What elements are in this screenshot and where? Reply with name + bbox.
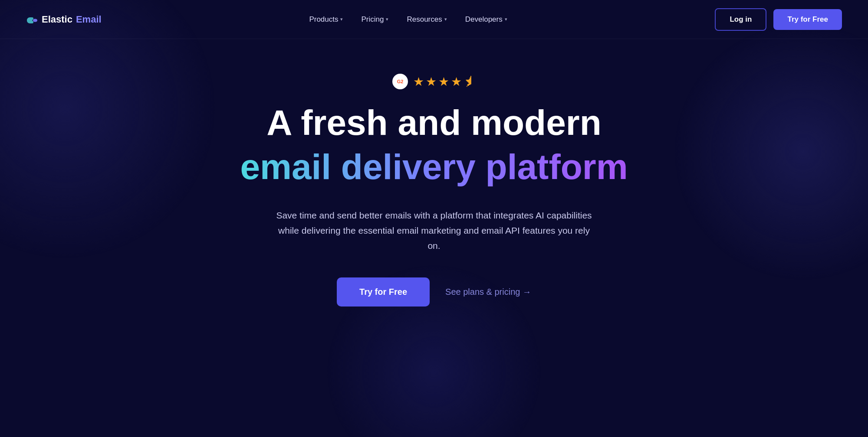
star-3: ★ bbox=[438, 75, 449, 89]
nav-products-label: Products bbox=[309, 15, 338, 24]
star-5: ⯨ bbox=[464, 75, 476, 89]
chevron-down-icon: ▾ bbox=[340, 16, 343, 22]
g2-badge: G2 bbox=[392, 74, 408, 89]
hero-title-line1: A fresh and modern bbox=[266, 103, 602, 142]
chevron-down-icon-4: ▾ bbox=[505, 16, 507, 22]
see-plans-label: See plans & pricing → bbox=[445, 287, 531, 297]
logo[interactable]: ElasticEmail bbox=[26, 14, 102, 25]
see-plans-pricing-link[interactable]: See plans & pricing → bbox=[445, 287, 531, 297]
try-for-free-button-nav[interactable]: Try for Free bbox=[773, 9, 842, 30]
g2-label: G2 bbox=[397, 79, 404, 84]
nav-links: Products ▾ Pricing ▾ Resources ▾ Develop… bbox=[302, 12, 514, 27]
nav-link-developers[interactable]: Developers ▾ bbox=[458, 12, 514, 27]
nav-item-products[interactable]: Products ▾ bbox=[302, 12, 350, 27]
nav-link-pricing[interactable]: Pricing ▾ bbox=[354, 12, 395, 27]
logo-text-elastic: Elastic bbox=[42, 14, 72, 25]
nav-resources-label: Resources bbox=[407, 15, 442, 24]
nav-item-developers[interactable]: Developers ▾ bbox=[458, 12, 514, 27]
hero-actions: Try for Free See plans & pricing → bbox=[337, 277, 531, 307]
login-button[interactable]: Log in bbox=[715, 8, 766, 31]
star-2: ★ bbox=[426, 75, 437, 89]
logo-icon bbox=[26, 16, 38, 23]
try-for-free-button-hero[interactable]: Try for Free bbox=[337, 277, 430, 307]
nav-item-pricing[interactable]: Pricing ▾ bbox=[354, 12, 395, 27]
star-1: ★ bbox=[413, 75, 424, 89]
hero-description: Save time and send better emails with a … bbox=[271, 208, 597, 253]
nav-developers-label: Developers bbox=[465, 15, 503, 24]
navbar: ElasticEmail Products ▾ Pricing ▾ Resour… bbox=[0, 0, 868, 39]
nav-link-resources[interactable]: Resources ▾ bbox=[400, 12, 454, 27]
hero-section: G2 ★ ★ ★ ★ ⯨ A fresh and modern email de… bbox=[0, 39, 868, 350]
chevron-down-icon-2: ▾ bbox=[386, 16, 388, 22]
nav-item-resources[interactable]: Resources ▾ bbox=[400, 12, 454, 27]
stars-container: ★ ★ ★ ★ ⯨ bbox=[413, 75, 476, 89]
star-4: ★ bbox=[451, 75, 462, 89]
nav-actions: Log in Try for Free bbox=[715, 8, 842, 31]
logo-text-email: Email bbox=[76, 14, 102, 25]
chevron-down-icon-3: ▾ bbox=[444, 16, 447, 22]
hero-title-line2: email delivery platform bbox=[240, 147, 628, 187]
rating-row: G2 ★ ★ ★ ★ ⯨ bbox=[392, 74, 476, 89]
nav-pricing-label: Pricing bbox=[361, 15, 384, 24]
nav-link-products[interactable]: Products ▾ bbox=[302, 12, 350, 27]
